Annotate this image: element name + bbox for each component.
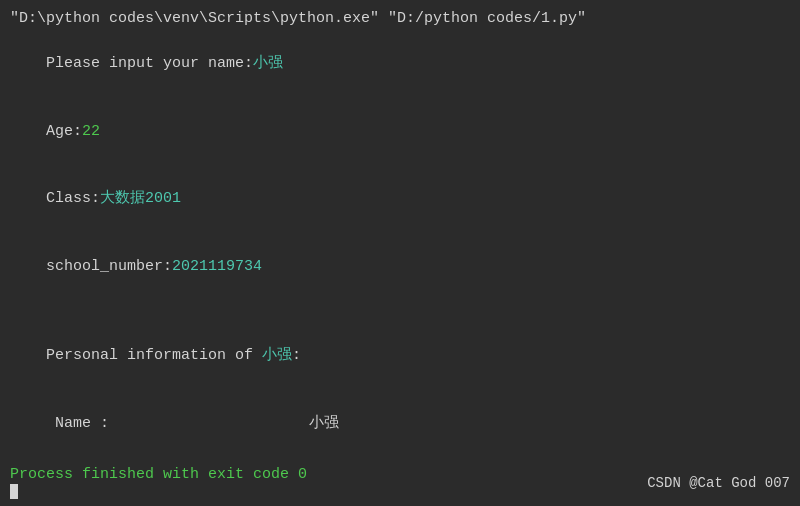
name-value: 小强: [309, 415, 339, 432]
class-value: 大数据2001: [100, 190, 181, 207]
prompt-value: 小强: [253, 55, 283, 72]
personal-info-name: 小强: [262, 347, 292, 364]
personal-info-header: Personal information of 小强:: [10, 323, 790, 391]
age-line: Age:22: [10, 98, 790, 166]
process-text: Process finished with exit code 0: [10, 466, 307, 483]
school-prefix: school_number:: [46, 258, 172, 275]
footer-bar: Process finished with exit code 0 CSDN @…: [0, 460, 800, 506]
name-label: Name :: [46, 415, 109, 432]
age-prefix: Age:: [46, 123, 82, 140]
watermark: CSDN @Cat God 007: [647, 475, 790, 491]
class-line: Class:大数据2001: [10, 166, 790, 234]
school-number-line: school_number:2021119734: [10, 233, 790, 301]
name-row: Name :小强: [10, 390, 790, 458]
personal-info-prefix: Personal information of: [46, 347, 262, 364]
age-value: 22: [82, 123, 100, 140]
prompt-name-line: Please input your name:小强: [10, 31, 790, 99]
class-prefix: Class:: [46, 190, 100, 207]
school-value: 2021119734: [172, 258, 262, 275]
blank-line-1: [10, 301, 790, 323]
title-line: "D:\python codes\venv\Scripts\python.exe…: [10, 8, 790, 31]
cursor-blink: [10, 484, 18, 499]
terminal-window: "D:\python codes\venv\Scripts\python.exe…: [0, 0, 800, 506]
prompt-prefix: Please input your name:: [46, 55, 253, 72]
personal-info-colon: :: [292, 347, 301, 364]
process-finished-text: Process finished with exit code 0: [10, 466, 307, 500]
